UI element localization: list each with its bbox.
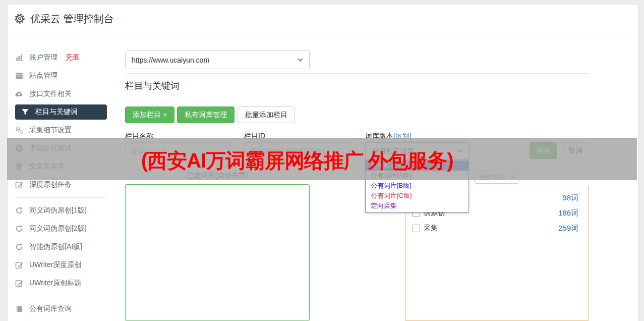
sidebar-item-collect-settings[interactable]: 采集细节设置: [15, 121, 107, 139]
server-icon: [15, 72, 23, 80]
header-divider: [8, 38, 638, 38]
selected-lexicon-box[interactable]: [125, 184, 310, 321]
app-header: 优采云 管理控制台: [7, 10, 114, 27]
page-title: 栏目与关键词: [125, 80, 180, 92]
sidebar-item-label: 同义词伪原创[1版]: [29, 206, 87, 215]
dropdown-option-public-b[interactable]: 公有词库[B版]: [366, 181, 469, 191]
site-url-select[interactable]: https://www.ucaiyun.com: [125, 50, 310, 69]
screen: 优采云 管理控制台 账户管理 充值 站点管理 接口文件相关 栏目与关键词 采集细…: [0, 0, 644, 321]
watermark-text: (西安AI万词霸屏网络推广 外包服务): [141, 148, 453, 173]
sidebar-item-label: UWriter原创标题: [29, 279, 81, 288]
word-count: 98词: [562, 193, 578, 203]
sidebar: 账户管理 充值 站点管理 接口文件相关 栏目与关键词 采集细节设置 手动运行测试…: [15, 48, 107, 318]
checkbox[interactable]: [413, 225, 420, 232]
refresh-icon: [15, 225, 23, 233]
sidebar-item-label: 公有词库查询: [29, 304, 72, 313]
sidebar-item-label: 栏目与关键词: [35, 108, 78, 117]
content-divider: [125, 73, 589, 74]
sidebar-item-interface-files[interactable]: 接口文件相关: [15, 85, 107, 103]
word-row[interactable]: 采集 259词: [405, 221, 589, 236]
edit-icon: [15, 279, 23, 287]
dropdown-option-directed-collect[interactable]: 定向采集: [366, 201, 469, 211]
sidebar-item-label: 深度原创任务: [29, 180, 72, 189]
gear-icon: [14, 13, 25, 24]
sidebar-item-label: 站点管理: [29, 71, 57, 80]
sidebar-item-public-lexicon[interactable]: 公有词库查询: [15, 300, 107, 318]
add-column-button[interactable]: 添加栏目 +: [125, 106, 174, 123]
sidebar-item-sites[interactable]: 站点管理: [15, 67, 107, 85]
refresh-icon: [15, 243, 23, 251]
edit-icon: [15, 261, 23, 269]
book-icon: [15, 305, 23, 313]
recharge-link[interactable]: 充值: [66, 53, 80, 62]
cloud-upload-icon: [15, 90, 23, 98]
sidebar-divider: [15, 197, 107, 198]
refresh-icon: [15, 206, 23, 215]
sidebar-item-label: UWriter深度原创: [29, 260, 81, 270]
sidebar-item-label: 智能伪原创[AI版]: [29, 242, 82, 251]
sidebar-item-synonym-2[interactable]: 同义词伪原创[2版]: [15, 220, 107, 238]
sidebar-item-uwriter-title[interactable]: UWriter原创标题: [15, 274, 107, 292]
sidebar-item-label: 接口文件相关: [29, 89, 72, 98]
app-title: 优采云 管理控制台: [30, 12, 114, 26]
sidebar-item-label: 账户管理: [29, 53, 57, 62]
edit-icon: [15, 181, 23, 189]
sidebar-item-columns-keywords[interactable]: 栏目与关键词: [15, 104, 107, 120]
funnel-icon: [21, 108, 29, 116]
gears-icon: [15, 126, 23, 134]
sidebar-item-smart-ai[interactable]: 智能伪原创[AI版]: [15, 238, 107, 256]
batch-add-button[interactable]: 批量添加栏目: [238, 106, 295, 123]
word-count: 259词: [558, 224, 578, 233]
sidebar-item-label: 采集细节设置: [29, 126, 72, 135]
sidebar-item-account[interactable]: 账户管理 充值: [15, 48, 107, 67]
sidebar-item-synonym-1[interactable]: 同义词伪原创[1版]: [15, 201, 107, 220]
bar-chart-icon: [15, 54, 23, 62]
word-row-label: 采集: [424, 224, 438, 233]
dropdown-option-public-c[interactable]: 公有词库[C版]: [366, 191, 469, 201]
sidebar-item-uwriter-deep[interactable]: UWriter深度原创: [15, 256, 107, 274]
sidebar-divider: [15, 296, 107, 296]
word-count: 186词: [558, 208, 578, 218]
sidebar-item-label: 同义词伪原创[2版]: [29, 224, 87, 233]
chevron-down-icon: [298, 58, 303, 62]
private-lexicon-button[interactable]: 私有词库管理: [177, 106, 235, 123]
site-url-value: https://www.ucaiyun.com: [132, 56, 209, 64]
